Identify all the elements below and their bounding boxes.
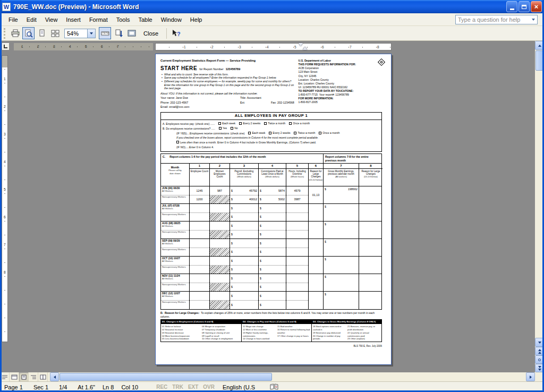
status-line: Ln 8 <box>103 384 114 390</box>
touchtone-label: TO REPORT YOUR DATA BY TOUCHTONE: <box>299 89 377 93</box>
status-section: Sec 1 <box>33 384 48 390</box>
month-cell: NOV (11) 11/24All WorkersNonsupervisory … <box>161 274 190 291</box>
cell-nonsupervisory: 3987 <box>286 195 308 204</box>
cell-value: 5874 <box>278 189 285 193</box>
scroll-down-button[interactable] <box>535 338 544 347</box>
help-question-input[interactable]: Type a question for help <box>455 15 538 24</box>
full-screen-button[interactable] <box>125 27 138 39</box>
previous-page-button[interactable] <box>535 347 544 355</box>
help-button[interactable]: ? <box>170 27 182 39</box>
magnifier-toggle-button[interactable] <box>22 27 35 39</box>
cell-all-workers <box>286 292 308 301</box>
menu-format[interactable]: Format <box>85 15 112 24</box>
first-line-indent-marker[interactable] <box>299 43 303 46</box>
toolbar-grip[interactable] <box>4 28 6 39</box>
ruler-number: 3 <box>53 45 55 48</box>
restore-button[interactable] <box>518 1 530 12</box>
menu-file[interactable]: File <box>4 15 22 24</box>
scroll-right-button[interactable] <box>526 372 535 381</box>
menu-help[interactable]: Help <box>186 15 207 24</box>
print-preview-toolbar: 54% Close ? <box>0 26 544 41</box>
menu-table[interactable]: Table <box>134 15 156 24</box>
left-indent-marker[interactable] <box>303 47 307 50</box>
data-column: $$ <box>230 239 259 256</box>
menu-insert[interactable]: Insert <box>62 15 85 24</box>
table-row-month: OCT (10) 10/27All WorkersNonsupervisory … <box>161 257 381 274</box>
row-label-all: All Workers <box>162 295 173 298</box>
checkbox-label: Once a month <box>293 122 310 125</box>
month-row-nonsup: Nonsupervisory Workers <box>161 248 189 257</box>
menu-window[interactable]: Window <box>157 15 186 24</box>
multiple-pages-icon <box>51 29 60 38</box>
cell-all-workers: $ <box>230 292 258 301</box>
data-column <box>286 204 309 221</box>
section-b-less-often: Less often than once a month. Enter 0 in… <box>173 141 316 144</box>
horizontal-scrollbar[interactable] <box>0 372 535 381</box>
tab-stop-selector[interactable] <box>2 42 10 50</box>
data-column <box>190 292 210 309</box>
reading-layout-view-button[interactable] <box>38 372 48 381</box>
normal-view-button[interactable] <box>0 372 10 381</box>
close-button[interactable]: × <box>531 1 542 12</box>
word-app-icon: W <box>2 3 11 11</box>
scroll-up-button[interactable] <box>535 41 544 50</box>
column-number: 3 <box>230 164 258 169</box>
minimize-button[interactable] <box>506 1 517 12</box>
vertical-scroll-thumb[interactable] <box>536 50 543 71</box>
select-browse-object-button[interactable] <box>535 355 544 364</box>
one-page-button[interactable] <box>36 27 48 39</box>
checkbox-label: No <box>234 126 238 130</box>
reason6-cell <box>309 257 324 274</box>
list-item: What and who to count: See reverse side … <box>160 73 295 76</box>
horizontal-scroll-thumb[interactable] <box>60 373 272 381</box>
agency-street: 123 Main Street <box>299 70 377 74</box>
multiple-pages-button[interactable] <box>49 27 61 39</box>
print-layout-view-button[interactable] <box>19 372 29 381</box>
spelling-status-button[interactable] <box>270 384 278 390</box>
zoom-value[interactable]: 54% <box>64 29 88 38</box>
close-preview-button[interactable]: Close <box>139 29 163 38</box>
gross-earnings-cell: $198662 <box>324 186 359 203</box>
next-page-button[interactable] <box>535 364 544 372</box>
double-up-icon <box>538 352 541 354</box>
vertical-scrollbar[interactable] <box>535 41 544 372</box>
column-number: 6 <box>309 164 323 169</box>
checkbox-label: Less often than once a month. Enter 0 in… <box>180 141 316 144</box>
cell-hatched <box>210 301 230 309</box>
agency-dept: U.S. Department of Labor <box>299 59 377 63</box>
status-rec-toggle[interactable]: REC <box>156 384 167 390</box>
scroll-left-button[interactable] <box>50 372 59 381</box>
web-layout-view-button[interactable] <box>10 372 19 381</box>
reason8-cell <box>359 239 382 256</box>
cell-nonsupervisory <box>286 231 308 239</box>
status-ovr-toggle[interactable]: OVR <box>203 384 215 390</box>
print-button[interactable] <box>9 27 21 39</box>
outline-view-button[interactable] <box>29 372 38 381</box>
dollar-sign: $ <box>260 268 261 271</box>
view-ruler-button[interactable] <box>99 27 111 39</box>
data-column: $$ <box>259 239 286 256</box>
column-number: 8 <box>359 164 382 169</box>
cell-all-workers <box>210 274 230 283</box>
list-item: Same pay schedule for all employees? Ent… <box>160 76 295 80</box>
cell-value: 45792 <box>249 189 257 193</box>
report-ref: Your report#: 123456789 <box>319 93 349 96</box>
shrink-to-fit-button[interactable] <box>112 27 124 39</box>
status-trk-toggle[interactable]: TRK <box>172 384 183 390</box>
menu-view[interactable]: View <box>41 15 62 24</box>
dollar-sign: $ <box>231 215 233 219</box>
document-page[interactable]: Current Employment Statistics Report For… <box>155 54 392 365</box>
status-ext-toggle[interactable]: EXT <box>188 384 198 390</box>
section-c-label: C. <box>163 155 165 163</box>
ruler-number: 3 <box>239 45 241 49</box>
zoom-dropdown-button[interactable] <box>88 29 96 38</box>
column-note: (D1-D3 below) <box>364 175 378 178</box>
form-checkbox-option: Twice a month <box>294 131 315 135</box>
menu-edit[interactable]: Edit <box>22 15 41 24</box>
arrow-left-icon <box>54 376 56 379</box>
menu-tools[interactable]: Tools <box>112 15 134 24</box>
about-fax: Fax: 202-1234568 <box>271 101 294 105</box>
dollar-sign: $ <box>260 207 261 210</box>
data-column: 987 <box>210 186 230 203</box>
checkbox-icon <box>289 122 292 125</box>
